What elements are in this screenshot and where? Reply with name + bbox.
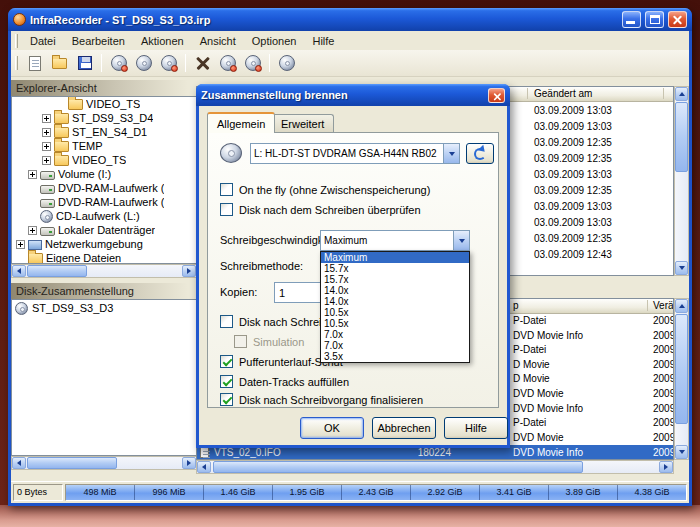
checkbox-icon[interactable] bbox=[220, 183, 233, 196]
scroll-up-icon[interactable] bbox=[675, 299, 688, 313]
dropdown-option[interactable]: 10.5x bbox=[321, 318, 469, 329]
menu-hilfe[interactable]: Hilfe bbox=[304, 33, 342, 49]
new-compilation-icon[interactable] bbox=[23, 52, 46, 74]
tree-item[interactable]: TEMP bbox=[12, 139, 196, 153]
menu-ansicht[interactable]: Ansicht bbox=[192, 33, 244, 49]
menu-datei[interactable]: Datei bbox=[22, 33, 64, 49]
record-disc-icon[interactable] bbox=[241, 52, 264, 74]
burn-compilation-icon[interactable] bbox=[216, 52, 239, 74]
scroll-left-icon[interactable] bbox=[12, 265, 26, 277]
dropdown-arrow-icon[interactable] bbox=[453, 231, 469, 250]
dropdown-option-selected[interactable]: Maximum bbox=[321, 252, 469, 263]
tree-item[interactable]: VIDEO_TS bbox=[12, 97, 196, 111]
dropdown-option[interactable]: 15.7x bbox=[321, 274, 469, 285]
dropdown-option[interactable]: 7.0x bbox=[321, 329, 469, 340]
expand-plus-icon[interactable] bbox=[16, 240, 25, 249]
disc-info-icon[interactable] bbox=[275, 52, 298, 74]
checkbox-checked-icon[interactable] bbox=[220, 375, 233, 388]
dropdown-option[interactable]: 14.0x bbox=[321, 285, 469, 296]
column-separator[interactable] bbox=[663, 88, 664, 99]
checkbox-icon[interactable] bbox=[220, 315, 233, 328]
column-geaendert-am[interactable]: Geändert am bbox=[534, 88, 592, 99]
compilation-vertical-scrollbar[interactable] bbox=[674, 298, 689, 460]
scroll-thumb[interactable] bbox=[27, 457, 117, 469]
scroll-down-icon[interactable] bbox=[675, 261, 688, 275]
scroll-thumb[interactable] bbox=[675, 314, 688, 424]
tree-item[interactable]: ST_DS9_S3_D4 bbox=[12, 111, 196, 125]
compilation-horizontal-scrollbar[interactable] bbox=[11, 456, 197, 470]
tree-item[interactable]: Lokaler Datenträger bbox=[12, 223, 196, 237]
write-speed-dropdown-list[interactable]: Maximum 15.7x 15.7x 14.0x 14.0x 10.5x 10… bbox=[320, 251, 470, 363]
tree-item[interactable]: ST_EN_S4_D1 bbox=[12, 125, 196, 139]
scroll-up-icon[interactable] bbox=[675, 87, 688, 101]
copy-disc-icon[interactable] bbox=[132, 52, 155, 74]
help-button[interactable]: Hilfe bbox=[444, 417, 508, 439]
explorer-vertical-scrollbar[interactable] bbox=[674, 86, 689, 276]
tree-item[interactable]: DVD-RAM-Laufwerk ( bbox=[12, 195, 196, 209]
expand-plus-icon[interactable] bbox=[42, 156, 51, 165]
tree-horizontal-scrollbar[interactable] bbox=[11, 264, 197, 278]
scroll-right-icon[interactable] bbox=[659, 461, 673, 473]
scroll-left-icon[interactable] bbox=[12, 457, 26, 469]
refresh-drives-button[interactable] bbox=[466, 143, 494, 164]
column-separator[interactable] bbox=[527, 88, 528, 99]
scroll-right-icon[interactable] bbox=[182, 265, 196, 277]
toolbar-grip[interactable] bbox=[15, 56, 18, 70]
checkbox-on-the-fly[interactable]: On the fly (ohne Zwischenspeicherung) bbox=[220, 183, 430, 196]
burn-image-icon[interactable] bbox=[107, 52, 130, 74]
checkbox-verify[interactable]: Disk nach dem Schreiben überprüfen bbox=[220, 203, 421, 216]
cancel-button[interactable]: Abbrechen bbox=[372, 417, 436, 439]
checkbox-checked-icon[interactable] bbox=[220, 355, 233, 368]
tab-allgemein[interactable]: Allgemein bbox=[207, 112, 275, 133]
menu-aktionen[interactable]: Aktionen bbox=[133, 33, 192, 49]
dropdown-option[interactable]: 10.5x bbox=[321, 307, 469, 318]
scroll-thumb[interactable] bbox=[675, 102, 688, 172]
compilation-item[interactable]: ST_DS9_S3_D3 bbox=[12, 300, 196, 316]
minimize-button[interactable] bbox=[622, 11, 641, 28]
menu-bearbeiten[interactable]: Bearbeiten bbox=[64, 33, 133, 49]
scroll-down-icon[interactable] bbox=[675, 445, 688, 459]
ok-button[interactable]: OK bbox=[300, 417, 364, 439]
column-separator[interactable] bbox=[647, 300, 648, 311]
drive-select[interactable]: L: HL-DT-ST DVDRAM GSA-H44N RB02 bbox=[250, 143, 460, 164]
dropdown-arrow-icon[interactable] bbox=[443, 144, 459, 163]
scroll-thumb[interactable] bbox=[27, 265, 87, 277]
dialog-close-button[interactable] bbox=[488, 88, 505, 103]
open-icon[interactable] bbox=[48, 52, 71, 74]
tree-item[interactable]: VIDEO_TS bbox=[12, 153, 196, 167]
write-speed-select[interactable]: Maximum bbox=[320, 230, 470, 251]
checkbox-finalize[interactable]: Disk nach Schreibvorgang finalisieren bbox=[220, 393, 423, 406]
checkbox-icon[interactable] bbox=[220, 203, 233, 216]
checkbox-checked-icon[interactable] bbox=[220, 393, 233, 406]
tree-item[interactable]: CD-Laufwerk (L:) bbox=[12, 209, 196, 223]
tab-erweitert[interactable]: Erweitert bbox=[271, 114, 334, 133]
scroll-right-icon[interactable] bbox=[182, 457, 196, 469]
expand-plus-icon[interactable] bbox=[42, 142, 51, 151]
checkbox-pad-tracks[interactable]: Daten-Tracks auffüllen bbox=[220, 375, 349, 388]
tree-item[interactable]: DVD-RAM-Laufwerk ( bbox=[12, 181, 196, 195]
dropdown-option[interactable]: 15.7x bbox=[321, 263, 469, 274]
window-titlebar[interactable]: InfraRecorder - ST_DS9_S3_D3.irp bbox=[8, 8, 692, 31]
tree-item[interactable]: Eigene Dateien bbox=[12, 251, 196, 264]
scroll-left-icon[interactable] bbox=[197, 461, 211, 473]
maximize-button[interactable] bbox=[645, 11, 664, 28]
scroll-thumb[interactable] bbox=[213, 461, 583, 473]
save-icon[interactable] bbox=[73, 52, 96, 74]
column-veraendert-partial[interactable]: Verä bbox=[653, 300, 674, 311]
dialog-titlebar[interactable]: Zusammenstellung brennen bbox=[196, 84, 510, 106]
cut-icon[interactable] bbox=[191, 52, 214, 74]
menubar-grip[interactable] bbox=[15, 34, 18, 48]
expand-plus-icon[interactable] bbox=[42, 114, 51, 123]
tree-item[interactable]: Volume (I:) bbox=[12, 167, 196, 181]
dropdown-option[interactable]: 14.0x bbox=[321, 296, 469, 307]
dropdown-option[interactable]: 7.0x bbox=[321, 340, 469, 351]
expand-plus-icon[interactable] bbox=[42, 128, 51, 137]
menu-optionen[interactable]: Optionen bbox=[244, 33, 305, 49]
compilation-horizontal-scrollbar-right[interactable] bbox=[196, 460, 674, 474]
expand-plus-icon[interactable] bbox=[28, 170, 37, 179]
erase-disc-icon[interactable] bbox=[157, 52, 180, 74]
expand-plus-icon[interactable] bbox=[28, 226, 37, 235]
column-typ-partial[interactable]: p bbox=[513, 300, 519, 311]
close-button[interactable] bbox=[668, 11, 687, 28]
dropdown-option[interactable]: 3.5x bbox=[321, 351, 469, 362]
